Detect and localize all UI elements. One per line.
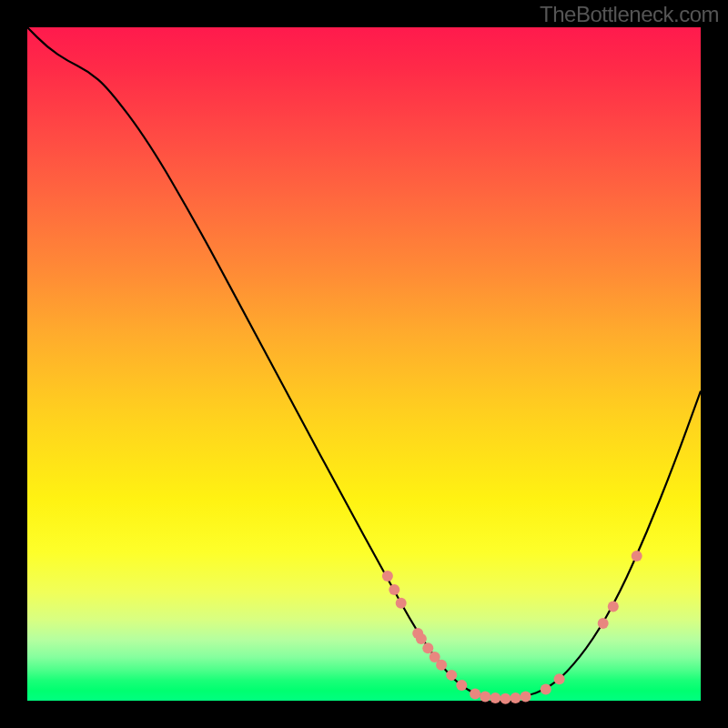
- curve-marker: [632, 551, 642, 561]
- watermark-text: TheBottleneck.com: [540, 2, 719, 27]
- curve-marker: [456, 680, 467, 691]
- curve-marker: [382, 571, 393, 581]
- curve-marker: [446, 670, 457, 681]
- curve-marker: [480, 692, 490, 703]
- bottleneck-curve: [27, 27, 701, 698]
- bottleneck-chart: [27, 27, 701, 701]
- curve-marker: [470, 689, 480, 700]
- curve-marker: [554, 673, 565, 684]
- curve-marker: [598, 618, 609, 629]
- curve-marker: [422, 642, 433, 653]
- curve-marker: [396, 598, 407, 609]
- curve-marker: [608, 601, 619, 612]
- chart-svg: [27, 27, 701, 701]
- curve-marker: [436, 660, 447, 671]
- curve-marker: [490, 693, 500, 703]
- curve-marker: [511, 693, 521, 703]
- curve-marker: [541, 683, 551, 694]
- curve-marker: [521, 692, 531, 703]
- curve-marker: [389, 584, 399, 595]
- curve-markers: [382, 551, 642, 704]
- curve-marker: [416, 633, 427, 644]
- curve-marker: [500, 693, 511, 704]
